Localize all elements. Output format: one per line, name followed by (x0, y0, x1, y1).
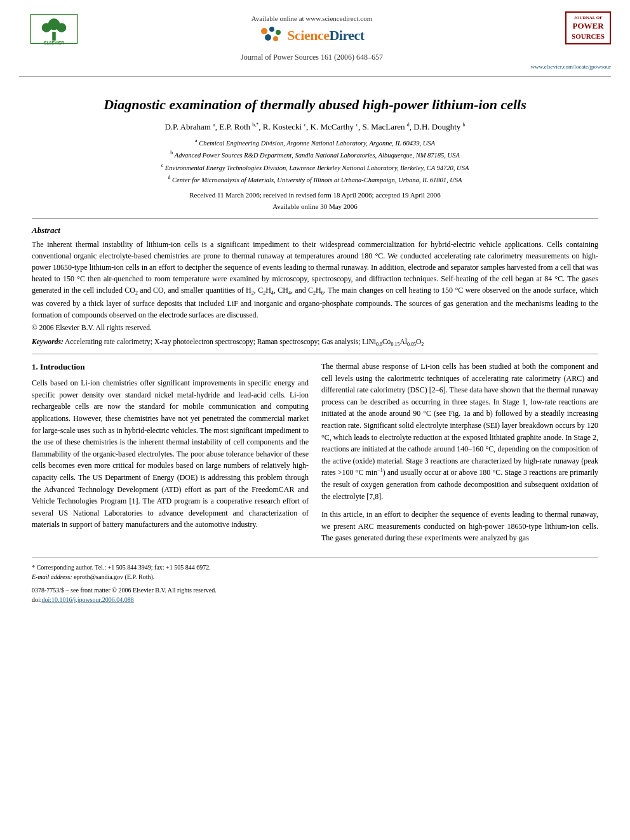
keywords-label: Keywords: (32, 338, 64, 345)
website-url: www.elsevier.com/locate/jpowsour (531, 63, 611, 70)
header-center: Available online at www.sciencedirect.co… (89, 11, 535, 62)
footnote-section: * Corresponding author. Tel.: +1 505 844… (32, 557, 598, 604)
page: ELSEVIER Available online at www.science… (0, 0, 630, 617)
footer-doi: doi:doi:10.1016/j.jpowsour.2006.04.088 (32, 595, 598, 604)
affiliation-b: b Advanced Power Sources R&D Department,… (32, 149, 598, 160)
svg-point-10 (273, 36, 278, 41)
svg-point-7 (269, 27, 274, 32)
article-divider-2 (32, 354, 598, 354)
header: ELSEVIER Available online at www.science… (0, 0, 630, 76)
elsevier-logo-icon: ELSEVIER (25, 11, 83, 46)
sd-text: ScienceDirect (287, 27, 364, 44)
article-divider-1 (32, 218, 598, 219)
sciencedirect-logo: ScienceDirect (259, 26, 364, 45)
section-1-heading: 1. Introduction (32, 361, 309, 373)
article-title: Diagnostic examination of thermally abus… (32, 96, 598, 114)
sd-logo-icon (259, 26, 283, 45)
intro-para-1: Cells based on Li-ion chemistries offer … (32, 377, 309, 531)
article-dates: Received 11 March 2006; received in revi… (32, 190, 598, 212)
journal-logo-line3: SOURCES (572, 32, 605, 41)
footer-issn: 0378-7753/$ – see front matter © 2006 El… (32, 585, 598, 595)
keywords-section: Keywords: Accelerating rate calorimetry;… (32, 338, 598, 347)
svg-point-9 (265, 34, 271, 41)
doi-link[interactable]: doi:10.1016/j.jpowsour.2006.04.088 (42, 596, 134, 603)
svg-point-8 (276, 30, 281, 35)
affiliation-a: a Chemical Engineering Division, Argonne… (32, 137, 598, 148)
svg-point-3 (42, 23, 51, 32)
col-left: 1. Introduction Cells based on Li-ion ch… (32, 361, 309, 544)
copyright-text: © 2006 Elsevier B.V. All rights reserved… (32, 324, 598, 331)
intro-para-2: The thermal abuse response of Li-ion cel… (321, 361, 598, 502)
elsevier-logo-area: ELSEVIER (19, 11, 89, 46)
journal-logo-box: JOURNAL OF POWER SOURCES (565, 11, 611, 44)
affiliation-d: d Center for Microanalysis of Materials,… (32, 174, 598, 185)
svg-point-6 (261, 28, 267, 34)
intro-para-3: In this article, in an effort to deciphe… (321, 509, 598, 544)
article-content: Diagnostic examination of thermally abus… (0, 77, 630, 617)
header-right: JOURNAL OF POWER SOURCES www.elsevier.co… (535, 11, 611, 70)
journal-name: Journal of Power Sources 161 (2006) 648–… (241, 53, 383, 62)
svg-rect-1 (52, 32, 56, 41)
keywords-values: Accelerating rate calorimetry; X-ray pho… (65, 338, 424, 345)
abstract-title: Abstract (32, 225, 598, 236)
footnote-corresponding: * Corresponding author. Tel.: +1 505 844… (32, 563, 598, 572)
affiliations: a Chemical Engineering Division, Argonne… (32, 137, 598, 185)
introduction-section: 1. Introduction Cells based on Li-ion ch… (32, 361, 598, 544)
abstract-text: The inherent thermal instability of lith… (32, 239, 598, 320)
journal-logo-line2: POWER (572, 21, 605, 32)
svg-point-4 (57, 23, 67, 32)
col-right: The thermal abuse response of Li-ion cel… (321, 361, 598, 544)
authors: D.P. Abraham a, E.P. Roth b,*, R. Kostec… (32, 122, 598, 132)
abstract-section: Abstract The inherent thermal instabilit… (32, 225, 598, 331)
affiliation-c: c Environmental Energy Technologies Divi… (32, 162, 598, 173)
footnote-email: E-mail address: eproth@sandia.gov (E.P. … (32, 572, 598, 582)
journal-logo-line1: JOURNAL OF (572, 15, 605, 21)
svg-text:ELSEVIER: ELSEVIER (44, 41, 64, 45)
available-online-text: Available online at www.sciencedirect.co… (251, 15, 373, 22)
